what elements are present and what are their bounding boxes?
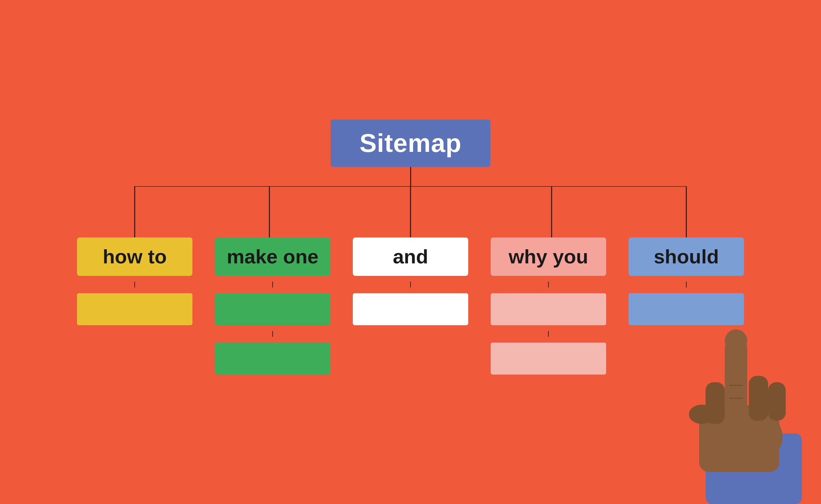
- sub-connector-why-you-2: [548, 331, 549, 337]
- connector-lines: [74, 186, 747, 237]
- sub-connector-should: [686, 282, 687, 287]
- node-how-to-label: how to: [103, 245, 167, 268]
- lines-svg: [74, 186, 747, 237]
- sub-connector-how-to: [134, 282, 135, 287]
- subnode-make-one-1: [215, 293, 330, 325]
- child-col-why-you: why you: [487, 237, 609, 375]
- subnode-and-1: [353, 293, 468, 325]
- children-row: how to make one and why: [74, 237, 747, 375]
- svg-point-10: [725, 329, 747, 352]
- svg-rect-12: [768, 382, 786, 421]
- root-label: Sitemap: [360, 129, 461, 157]
- sub-connector-and: [410, 282, 411, 287]
- node-make-one: make one: [215, 237, 330, 276]
- sub-connector-make-one: [272, 282, 273, 287]
- node-make-one-label: make one: [227, 245, 319, 268]
- hand-illustration: [654, 312, 815, 504]
- subnode-why-you-1: [491, 293, 606, 325]
- sub-connector-why-you: [548, 282, 549, 287]
- node-should: should: [629, 237, 744, 276]
- subnode-why-you-2: [491, 343, 606, 375]
- node-and: and: [353, 237, 468, 276]
- node-how-to: how to: [77, 237, 192, 276]
- svg-point-14: [689, 405, 715, 424]
- root-vertical-line: [410, 167, 411, 186]
- sub-connector-make-one-2: [272, 331, 273, 337]
- subnode-how-to-1: [77, 293, 192, 325]
- svg-rect-11: [749, 376, 768, 421]
- child-col-make-one: make one: [212, 237, 334, 375]
- root-node: Sitemap: [331, 120, 490, 167]
- node-and-label: and: [393, 245, 428, 268]
- child-col-how-to: how to: [74, 237, 195, 325]
- hand-svg: [654, 312, 815, 504]
- node-why-you: why you: [491, 237, 606, 276]
- child-col-and: and: [350, 237, 471, 325]
- subnode-make-one-2: [215, 343, 330, 375]
- node-why-you-label: why you: [509, 245, 588, 268]
- node-should-label: should: [654, 245, 719, 268]
